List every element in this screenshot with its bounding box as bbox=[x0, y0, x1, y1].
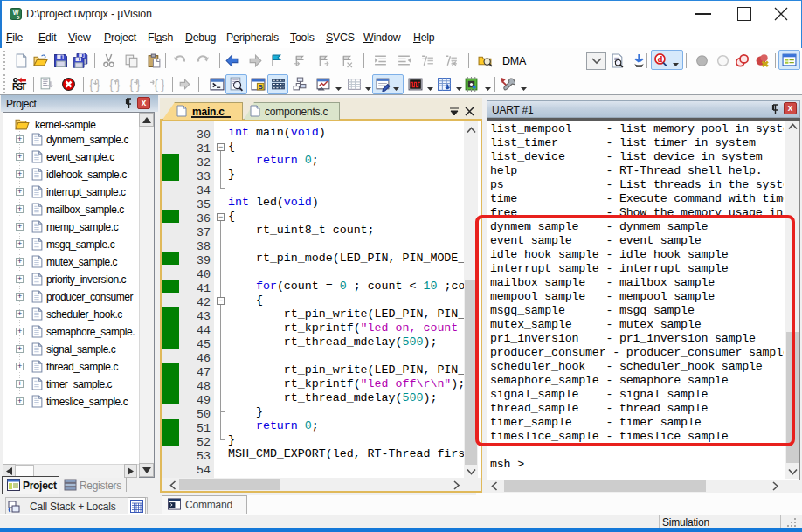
svg-text:{ }: { } bbox=[89, 78, 100, 92]
svg-text:S: S bbox=[259, 83, 263, 91]
svg-text:{ }: { } bbox=[154, 78, 164, 92]
svg-text:RST: RST bbox=[12, 82, 27, 92]
svg-text:d: d bbox=[658, 54, 663, 64]
svg-text:{ }: { } bbox=[109, 78, 121, 92]
svg-text:{ }: { } bbox=[129, 78, 141, 92]
